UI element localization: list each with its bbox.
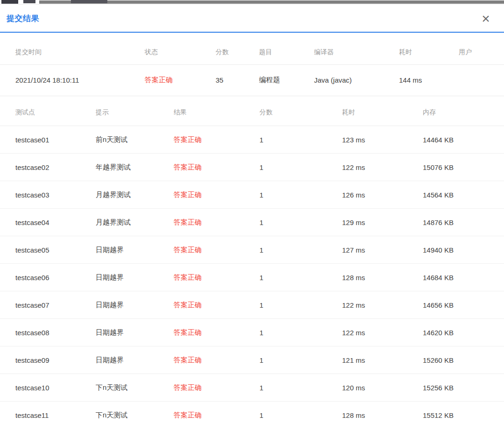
testcase-result: 答案正确 bbox=[174, 291, 259, 319]
summary-row: 2021/10/24 18:10:11 答案正确 35 编程题 Java (ja… bbox=[0, 64, 504, 96]
testcase-memory: 15512 KB bbox=[423, 402, 504, 423]
summary-status: 答案正确 bbox=[145, 64, 216, 96]
col-header-memory: 内存 bbox=[423, 100, 504, 126]
col-header-compiler: 编译器 bbox=[314, 40, 399, 64]
summary-score: 35 bbox=[216, 64, 259, 96]
testcase-id: testcase06 bbox=[0, 264, 96, 291]
background-text-fragment bbox=[1, 0, 18, 4]
testcase-result: 答案正确 bbox=[174, 236, 259, 264]
testcase-time: 126 ms bbox=[342, 181, 423, 209]
col-header-user: 用户 bbox=[459, 40, 504, 64]
table-row: testcase06 日期越界 答案正确 1 128 ms 14684 KB bbox=[0, 264, 504, 291]
col-header-tc-time: 耗时 bbox=[342, 100, 423, 126]
modal-body: 提交时间 状态 分数 题目 编译器 耗时 用户 2021/10/24 18:10… bbox=[0, 33, 504, 423]
testcase-score: 1 bbox=[259, 402, 342, 423]
testcase-score: 1 bbox=[259, 236, 342, 264]
table-row: testcase07 日期越界 答案正确 1 122 ms 14656 KB bbox=[0, 291, 504, 319]
testcase-hint: 下n天测试 bbox=[96, 402, 174, 423]
table-row: testcase10 下n天测试 答案正确 1 120 ms 15256 KB bbox=[0, 374, 504, 402]
testcase-result: 答案正确 bbox=[174, 181, 259, 209]
testcase-memory: 15076 KB bbox=[423, 154, 504, 181]
testcase-result: 答案正确 bbox=[174, 264, 259, 291]
testcase-result: 答案正确 bbox=[174, 154, 259, 181]
testcase-score: 1 bbox=[259, 319, 342, 346]
testcase-memory: 15256 KB bbox=[423, 374, 504, 402]
testcase-id: testcase02 bbox=[0, 154, 96, 181]
testcase-hint: 日期越界 bbox=[96, 236, 174, 264]
testcase-memory: 14876 KB bbox=[423, 209, 504, 236]
testcase-hint: 下n天测试 bbox=[96, 374, 174, 402]
testcase-score: 1 bbox=[259, 209, 342, 236]
testcase-hint: 年越界测试 bbox=[96, 154, 174, 181]
testcase-id: testcase01 bbox=[0, 126, 96, 154]
table-row: testcase03 月越界测试 答案正确 1 126 ms 14564 KB bbox=[0, 181, 504, 209]
testcase-result: 答案正确 bbox=[174, 374, 259, 402]
testcase-memory: 14564 KB bbox=[423, 181, 504, 209]
table-row: testcase01 前n天测试 答案正确 1 123 ms 14464 KB bbox=[0, 126, 504, 154]
close-icon[interactable]: × bbox=[477, 10, 494, 27]
summary-submit-time: 2021/10/24 18:10:11 bbox=[0, 64, 145, 96]
testcase-memory: 14464 KB bbox=[423, 126, 504, 154]
testcase-hint: 日期越界 bbox=[96, 264, 174, 291]
modal-header: 提交结果 × bbox=[0, 5, 504, 33]
testcase-time: 120 ms bbox=[342, 374, 423, 402]
summary-problem: 编程题 bbox=[259, 64, 314, 96]
testcase-id: testcase07 bbox=[0, 291, 96, 319]
testcase-time: 122 ms bbox=[342, 154, 423, 181]
background-text-fragment bbox=[23, 0, 35, 3]
col-header-testcase: 测试点 bbox=[0, 100, 96, 126]
testcase-time: 121 ms bbox=[342, 346, 423, 374]
testcase-id: testcase11 bbox=[0, 402, 96, 423]
col-header-status: 状态 bbox=[145, 40, 216, 64]
testcase-id: testcase08 bbox=[0, 319, 96, 346]
testcase-score: 1 bbox=[259, 154, 342, 181]
testcase-memory: 15260 KB bbox=[423, 346, 504, 374]
testcase-score: 1 bbox=[259, 291, 342, 319]
testcase-time: 129 ms bbox=[342, 209, 423, 236]
submission-summary-table: 提交时间 状态 分数 题目 编译器 耗时 用户 2021/10/24 18:10… bbox=[0, 40, 504, 96]
summary-user bbox=[459, 64, 504, 96]
testcase-time: 122 ms bbox=[342, 319, 423, 346]
col-header-problem: 题目 bbox=[259, 40, 314, 64]
testcase-score: 1 bbox=[259, 264, 342, 291]
col-header-duration: 耗时 bbox=[399, 40, 459, 64]
testcase-time: 128 ms bbox=[342, 402, 423, 423]
testcase-id: testcase05 bbox=[0, 236, 96, 264]
background-grey-band bbox=[39, 0, 504, 4]
col-header-submit-time: 提交时间 bbox=[0, 40, 145, 64]
testcase-result: 答案正确 bbox=[174, 209, 259, 236]
testcase-time: 128 ms bbox=[342, 264, 423, 291]
testcase-table: 测试点 提示 结果 分数 耗时 内存 testcase01 前n天测试 答案正确… bbox=[0, 100, 504, 423]
testcase-id: testcase03 bbox=[0, 181, 96, 209]
testcase-result: 答案正确 bbox=[174, 126, 259, 154]
submission-result-modal: 提交结果 × 提交时间 状态 分数 题目 编译器 耗时 用户 bbox=[0, 4, 504, 423]
testcase-hint: 日期越界 bbox=[96, 319, 174, 346]
col-header-hint: 提示 bbox=[96, 100, 174, 126]
table-row: testcase02 年越界测试 答案正确 1 122 ms 15076 KB bbox=[0, 154, 504, 181]
testcase-id: testcase10 bbox=[0, 374, 96, 402]
testcase-memory: 14684 KB bbox=[423, 264, 504, 291]
testcase-time: 123 ms bbox=[342, 126, 423, 154]
table-row: testcase11 下n天测试 答案正确 1 128 ms 15512 KB bbox=[0, 402, 504, 423]
testcase-result: 答案正确 bbox=[174, 319, 259, 346]
summary-header-row: 提交时间 状态 分数 题目 编译器 耗时 用户 bbox=[0, 40, 504, 64]
table-row: testcase09 日期越界 答案正确 1 121 ms 15260 KB bbox=[0, 346, 504, 374]
testcase-time: 127 ms bbox=[342, 236, 423, 264]
testcase-id: testcase04 bbox=[0, 209, 96, 236]
testcase-score: 1 bbox=[259, 346, 342, 374]
testcase-memory: 14940 KB bbox=[423, 236, 504, 264]
summary-compiler: Java (javac) bbox=[314, 64, 399, 96]
table-row: testcase05 日期越界 答案正确 1 127 ms 14940 KB bbox=[0, 236, 504, 264]
summary-duration: 144 ms bbox=[399, 64, 459, 96]
testcase-hint: 前n天测试 bbox=[96, 126, 174, 154]
testcase-id: testcase09 bbox=[0, 346, 96, 374]
testcase-hint: 月越界测试 bbox=[96, 209, 174, 236]
testcase-hint: 日期越界 bbox=[96, 291, 174, 319]
testcase-header-row: 测试点 提示 结果 分数 耗时 内存 bbox=[0, 100, 504, 126]
testcase-hint: 日期越界 bbox=[96, 346, 174, 374]
testcase-result: 答案正确 bbox=[174, 402, 259, 423]
table-row: testcase08 日期越界 答案正确 1 122 ms 14620 KB bbox=[0, 319, 504, 346]
testcase-score: 1 bbox=[259, 126, 342, 154]
background-text-fragment bbox=[71, 0, 107, 3]
testcase-hint: 月越界测试 bbox=[96, 181, 174, 209]
